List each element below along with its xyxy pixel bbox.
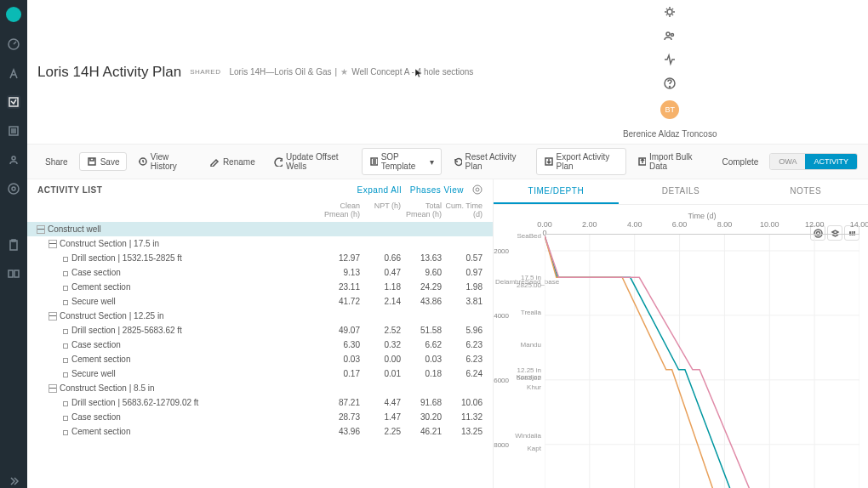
column-headers: Clean Pmean (h) NPT (h) Total Pmean (h) …: [27, 200, 493, 222]
owa-activity-toggle[interactable]: OWA ACTIVITY: [769, 153, 858, 170]
svg-point-4: [12, 187, 15, 190]
section-row[interactable]: Construct Section | 17.5 in: [27, 236, 493, 251]
svg-point-3: [12, 156, 15, 160]
svg-rect-1: [9, 98, 18, 106]
nav-rail: [0, 0, 27, 488]
phases-view-link[interactable]: Phases View: [410, 185, 464, 195]
history-icon: [138, 156, 146, 167]
toolbar: Share Save View History Rename Update Of…: [27, 145, 868, 179]
page-title: Loris 14H Activity Plan: [37, 64, 181, 81]
rail-a-icon[interactable]: [7, 66, 20, 80]
view-history-button[interactable]: View History: [130, 148, 197, 175]
reset-icon: [453, 156, 461, 167]
save-icon: [87, 156, 97, 167]
rail-expand-icon[interactable]: [7, 474, 20, 488]
rail-settings-icon[interactable]: [7, 182, 20, 196]
tab-details[interactable]: DETAILS: [619, 179, 744, 204]
username: Berenice Aldaz Troncoso: [623, 129, 717, 139]
activity-row[interactable]: Drill section | 2825-5683.62 ft49.072.52…: [27, 323, 493, 338]
breadcrumb[interactable]: Loris 14H—Loris Oil & Gas | ★ Well Conce…: [229, 67, 473, 77]
x-axis-title: Time (d): [545, 212, 859, 220]
share-button[interactable]: Share: [37, 153, 76, 171]
tab-time-depth[interactable]: TIME/DEPTH: [494, 179, 619, 204]
activity-row[interactable]: Drill section | 1532.15-2825 ft12.970.66…: [27, 251, 493, 265]
section-row[interactable]: Construct Section | 12.25 in: [27, 309, 493, 323]
activity-row[interactable]: Secure well0.170.010.186.24: [27, 366, 493, 381]
activity-tree: Construct wellConstruct Section | 17.5 i…: [27, 222, 493, 439]
pulse-icon[interactable]: [663, 53, 677, 66]
svg-rect-9: [14, 270, 19, 277]
plot-area: 20004000600080001000012000SeaBed17.5 in2…: [545, 234, 859, 488]
export-button[interactable]: Export Activity Plan: [536, 148, 625, 175]
shared-badge: SHARED: [190, 68, 220, 76]
svg-point-12: [671, 34, 674, 37]
expand-all-link[interactable]: Expand All: [357, 185, 402, 195]
rail-list-icon[interactable]: [7, 124, 20, 138]
save-button[interactable]: Save: [79, 152, 128, 171]
rename-button[interactable]: Rename: [202, 152, 263, 171]
activity-row[interactable]: Cement section0.030.000.036.23: [27, 352, 493, 366]
complete-button[interactable]: Complete: [715, 153, 767, 171]
template-icon: [369, 156, 378, 167]
svg-point-5: [9, 184, 19, 194]
app-logo-icon[interactable]: [6, 7, 21, 22]
svg-point-20: [476, 188, 479, 191]
x-axis: 0.002.004.006.008.0010.0012.0014.000: [545, 220, 859, 234]
help-icon[interactable]: [663, 77, 677, 90]
avatar[interactable]: BT: [660, 100, 679, 119]
export-icon: [544, 156, 552, 167]
cursor-icon: [414, 68, 425, 78]
rail-dashboard-icon[interactable]: [7, 37, 20, 51]
people-icon[interactable]: [663, 29, 677, 43]
pencil-icon: [209, 156, 220, 167]
svg-point-10: [667, 9, 672, 14]
section-row[interactable]: Construct Section | 8.5 in: [27, 381, 493, 395]
svg-point-11: [666, 32, 670, 36]
activity-toggle[interactable]: ACTIVITY: [805, 154, 857, 169]
activity-row[interactable]: Case section28.731.4730.2011.32: [27, 410, 493, 424]
svg-point-14: [670, 87, 671, 88]
rail-clipboard-icon[interactable]: [7, 238, 20, 252]
chart-panel: TIME/DEPTH DETAILS NOTES Time (d) 0.002.…: [494, 179, 868, 488]
sun-icon[interactable]: [663, 5, 677, 19]
svg-rect-8: [9, 270, 13, 277]
sop-template-button[interactable]: SOP Template ▾: [362, 148, 443, 175]
header: Loris 14H Activity Plan SHARED Loris 14H…: [27, 0, 868, 145]
crumb-concept[interactable]: Well Concept A - 4 hole sections: [351, 67, 473, 77]
reset-button[interactable]: Reset Activity Plan: [445, 148, 533, 175]
import-button[interactable]: Import Bulk Data: [630, 148, 711, 175]
activity-list-panel: ACTIVITY LIST Expand All Phases View Cle…: [27, 179, 494, 488]
gear-icon[interactable]: [472, 184, 483, 195]
crumb-company[interactable]: Loris 14H—Loris Oil & Gas: [229, 67, 331, 77]
activity-list-title: ACTIVITY LIST: [37, 185, 102, 195]
update-offset-button[interactable]: Update Offset Wells: [266, 148, 358, 175]
activity-row[interactable]: Cement section23.111.1824.291.98: [27, 280, 493, 294]
activity-row[interactable]: Secure well41.722.1443.863.81: [27, 294, 493, 309]
tree-root[interactable]: Construct well: [27, 222, 493, 236]
rail-compare-icon[interactable]: [7, 267, 20, 281]
chart-tabs: TIME/DEPTH DETAILS NOTES: [494, 179, 868, 205]
svg-point-21: [473, 185, 482, 194]
activity-row[interactable]: Drill section | 5683.62-12709.02 ft87.21…: [27, 395, 493, 410]
tab-notes[interactable]: NOTES: [743, 179, 868, 204]
refresh-icon: [274, 156, 283, 167]
activity-row[interactable]: Case section9.130.479.600.97: [27, 265, 493, 280]
svg-rect-15: [89, 158, 95, 165]
activity-row[interactable]: Cement section43.962.2546.2113.25: [27, 424, 493, 439]
owa-toggle[interactable]: OWA: [770, 154, 805, 169]
import-icon: [637, 156, 646, 167]
rail-people-icon[interactable]: [7, 153, 20, 167]
activity-row[interactable]: Case section6.300.326.626.23: [27, 338, 493, 352]
chevron-down-icon: ▾: [430, 157, 434, 167]
rail-activity-icon[interactable]: [7, 95, 20, 109]
star-icon[interactable]: ★: [340, 67, 348, 77]
